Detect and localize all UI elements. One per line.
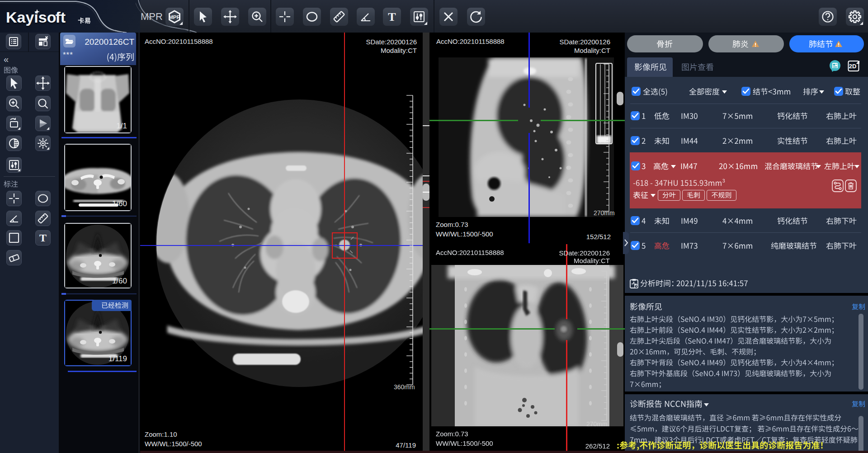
svg-text:T: T — [39, 232, 47, 244]
svg-text:T: T — [388, 10, 396, 24]
svg-text:MPR: MPR — [169, 14, 180, 20]
svg-text:2D: 2D — [849, 63, 857, 70]
